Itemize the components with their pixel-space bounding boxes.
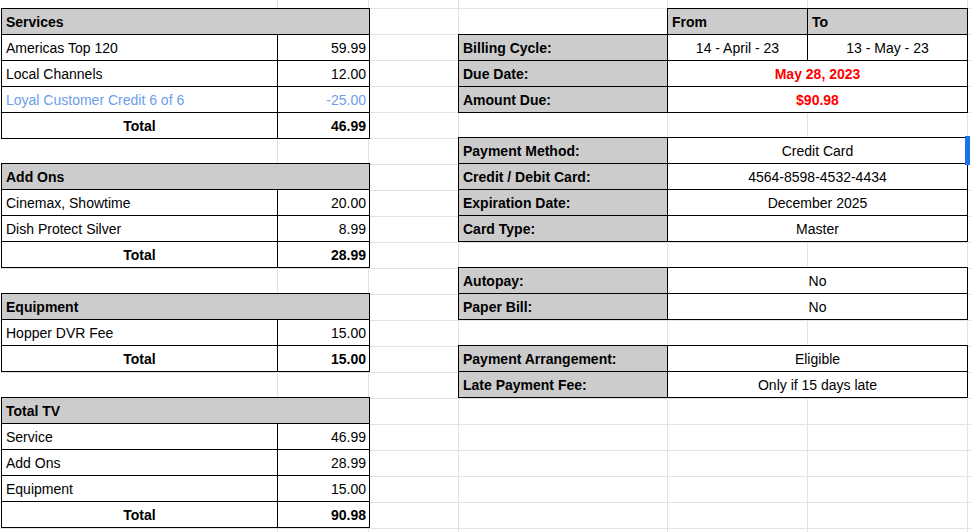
cell-services-item-0-label[interactable]: Americas Top 120 — [1, 34, 278, 61]
cell-total-tv-item-0-label[interactable]: Service — [1, 423, 278, 450]
cell-total-tv-total-label[interactable]: Total — [1, 501, 278, 528]
cell-arrangement-0-value[interactable]: Eligible — [667, 345, 968, 372]
cell-equipment-total-value[interactable]: 15.00 — [277, 345, 370, 372]
cell-payment-2-label[interactable]: Expiration Date: — [458, 189, 668, 216]
cell-total-tv-item-1-label[interactable]: Add Ons — [1, 449, 278, 476]
cell-payment-0-label[interactable]: Payment Method: — [458, 137, 668, 164]
spreadsheet-canvas: ServicesAmericas Top 12059.99Local Chann… — [0, 0, 971, 532]
cell-add-ons-item-1-value[interactable]: 8.99 — [277, 215, 370, 242]
cell-prefs-0-value[interactable]: No — [667, 267, 968, 294]
cell-add-ons-title[interactable]: Add Ons — [1, 163, 370, 190]
cell-payment-3-value[interactable]: Master — [667, 215, 968, 242]
cell-total-tv-item-1-value[interactable]: 28.99 — [277, 449, 370, 476]
cell-add-ons-total-value[interactable]: 28.99 — [277, 241, 370, 268]
cell-due-date-value[interactable]: May 28, 2023 — [667, 60, 968, 87]
cell-add-ons-item-0-label[interactable]: Cinemax, Showtime — [1, 189, 278, 216]
cell-billing-to-header[interactable]: To — [807, 8, 968, 35]
cell-selection-indicator — [965, 136, 970, 165]
cell-add-ons-item-1-label[interactable]: Dish Protect Silver — [1, 215, 278, 242]
cell-billing-cycle-label[interactable]: Billing Cycle: — [458, 34, 668, 61]
cell-equipment-total-label[interactable]: Total — [1, 345, 278, 372]
cell-payment-0-value[interactable]: Credit Card — [667, 137, 968, 164]
cell-add-ons-total-label[interactable]: Total — [1, 241, 278, 268]
cell-payment-1-value[interactable]: 4564-8598-4532-4434 — [667, 163, 968, 190]
cell-add-ons-item-0-value[interactable]: 20.00 — [277, 189, 370, 216]
cell-amount-due-value[interactable]: $90.98 — [667, 86, 968, 113]
cell-arrangement-0-label[interactable]: Payment Arrangement: — [458, 345, 668, 372]
cell-total-tv-item-0-value[interactable]: 46.99 — [277, 423, 370, 450]
cell-arrangement-1-label[interactable]: Late Payment Fee: — [458, 371, 668, 398]
cell-prefs-1-value[interactable]: No — [667, 293, 968, 320]
cell-payment-2-value[interactable]: December 2025 — [667, 189, 968, 216]
cell-equipment-item-0-value[interactable]: 15.00 — [277, 319, 370, 346]
cell-payment-3-label[interactable]: Card Type: — [458, 215, 668, 242]
cell-services-item-2-value[interactable]: -25.00 — [277, 86, 370, 113]
grid-line-horizontal — [0, 528, 971, 529]
cell-equipment-title[interactable]: Equipment — [1, 293, 370, 320]
cell-prefs-0-label[interactable]: Autopay: — [458, 267, 668, 294]
cell-services-item-2-label[interactable]: Loyal Customer Credit 6 of 6 — [1, 86, 278, 113]
cell-payment-1-label[interactable]: Credit / Debit Card: — [458, 163, 668, 190]
cell-services-item-1-label[interactable]: Local Channels — [1, 60, 278, 87]
cell-equipment-item-0-label[interactable]: Hopper DVR Fee — [1, 319, 278, 346]
cell-total-tv-total-value[interactable]: 90.98 — [277, 501, 370, 528]
cell-total-tv-item-2-value[interactable]: 15.00 — [277, 475, 370, 502]
cell-services-total-label[interactable]: Total — [1, 112, 278, 139]
cell-services-total-value[interactable]: 46.99 — [277, 112, 370, 139]
cell-arrangement-1-value[interactable]: Only if 15 days late — [667, 371, 968, 398]
cell-amount-due-label[interactable]: Amount Due: — [458, 86, 668, 113]
cell-billing-cycle-from[interactable]: 14 - April - 23 — [667, 34, 808, 61]
cell-total-tv-title[interactable]: Total TV — [1, 397, 370, 424]
cell-billing-from-header[interactable]: From — [667, 8, 808, 35]
cell-total-tv-item-2-label[interactable]: Equipment — [1, 475, 278, 502]
cell-services-item-1-value[interactable]: 12.00 — [277, 60, 370, 87]
cell-services-title[interactable]: Services — [1, 8, 370, 35]
cell-services-item-0-value[interactable]: 59.99 — [277, 34, 370, 61]
cell-due-date-label[interactable]: Due Date: — [458, 60, 668, 87]
cell-prefs-1-label[interactable]: Paper Bill: — [458, 293, 668, 320]
cell-billing-cycle-to[interactable]: 13 - May - 23 — [807, 34, 968, 61]
